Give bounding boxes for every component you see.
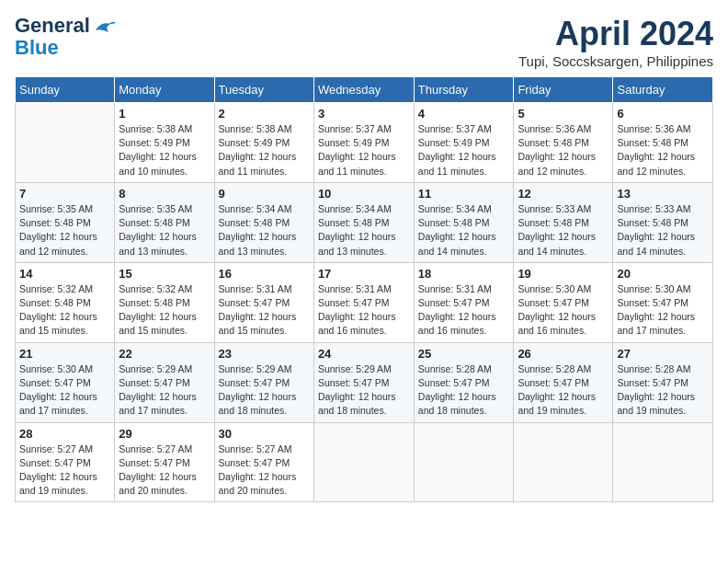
calendar-day-cell: 21Sunrise: 5:30 AMSunset: 5:47 PMDayligh… <box>16 342 115 422</box>
calendar-day-cell <box>313 422 414 502</box>
calendar-day-cell <box>414 422 514 502</box>
calendar-day-cell: 4Sunrise: 5:37 AMSunset: 5:49 PMDaylight… <box>414 103 514 183</box>
calendar-week-row: 7Sunrise: 5:35 AMSunset: 5:48 PMDaylight… <box>16 182 713 262</box>
logo-bird-icon <box>92 19 118 38</box>
day-info: Sunrise: 5:31 AMSunset: 5:47 PMDaylight:… <box>219 282 310 339</box>
day-info: Sunrise: 5:37 AMSunset: 5:49 PMDaylight:… <box>418 122 510 178</box>
day-info: Sunrise: 5:34 AMSunset: 5:48 PMDaylight:… <box>219 202 310 259</box>
day-number: 20 <box>617 267 709 281</box>
day-number: 15 <box>119 267 210 281</box>
calendar-day-cell <box>613 422 713 502</box>
day-info: Sunrise: 5:32 AMSunset: 5:48 PMDaylight:… <box>119 282 210 339</box>
calendar-day-cell <box>16 103 115 183</box>
calendar-week-row: 28Sunrise: 5:27 AMSunset: 5:47 PMDayligh… <box>16 422 713 502</box>
calendar-day-cell: 26Sunrise: 5:28 AMSunset: 5:47 PMDayligh… <box>514 342 613 422</box>
calendar-day-cell: 17Sunrise: 5:31 AMSunset: 5:47 PMDayligh… <box>313 262 414 342</box>
calendar-day-cell: 19Sunrise: 5:30 AMSunset: 5:47 PMDayligh… <box>514 262 613 342</box>
day-number: 19 <box>518 267 609 281</box>
day-number: 8 <box>119 187 210 201</box>
calendar-day-cell: 23Sunrise: 5:29 AMSunset: 5:47 PMDayligh… <box>214 342 313 422</box>
calendar-day-cell: 25Sunrise: 5:28 AMSunset: 5:47 PMDayligh… <box>414 342 514 422</box>
day-info: Sunrise: 5:37 AMSunset: 5:49 PMDaylight:… <box>318 122 410 178</box>
calendar-day-cell: 6Sunrise: 5:36 AMSunset: 5:48 PMDaylight… <box>613 103 713 183</box>
month-title: April 2024 <box>518 15 713 53</box>
day-info: Sunrise: 5:27 AMSunset: 5:47 PMDaylight:… <box>119 442 210 499</box>
day-info: Sunrise: 5:28 AMSunset: 5:47 PMDaylight:… <box>418 362 510 419</box>
day-number: 29 <box>119 427 210 441</box>
day-number: 2 <box>219 107 310 121</box>
day-info: Sunrise: 5:28 AMSunset: 5:47 PMDaylight:… <box>617 362 709 419</box>
calendar-week-row: 14Sunrise: 5:32 AMSunset: 5:48 PMDayligh… <box>16 262 713 342</box>
calendar-day-cell <box>514 422 613 502</box>
day-info: Sunrise: 5:30 AMSunset: 5:47 PMDaylight:… <box>19 362 110 419</box>
calendar-day-cell: 29Sunrise: 5:27 AMSunset: 5:47 PMDayligh… <box>115 422 214 502</box>
day-number: 28 <box>19 427 110 441</box>
day-info: Sunrise: 5:30 AMSunset: 5:47 PMDaylight:… <box>617 282 709 339</box>
logo-text: GeneralBlue <box>15 15 90 59</box>
weekday-header: Tuesday <box>214 77 313 103</box>
calendar-week-row: 1Sunrise: 5:38 AMSunset: 5:49 PMDaylight… <box>16 103 713 183</box>
day-number: 1 <box>119 107 210 121</box>
calendar-day-cell: 20Sunrise: 5:30 AMSunset: 5:47 PMDayligh… <box>613 262 713 342</box>
calendar-day-cell: 15Sunrise: 5:32 AMSunset: 5:48 PMDayligh… <box>115 262 214 342</box>
day-number: 16 <box>219 267 310 281</box>
day-info: Sunrise: 5:38 AMSunset: 5:49 PMDaylight:… <box>119 122 210 178</box>
day-info: Sunrise: 5:38 AMSunset: 5:49 PMDaylight:… <box>219 122 310 178</box>
calendar-day-cell: 2Sunrise: 5:38 AMSunset: 5:49 PMDaylight… <box>214 103 313 183</box>
day-number: 10 <box>318 187 410 201</box>
day-info: Sunrise: 5:36 AMSunset: 5:48 PMDaylight:… <box>518 122 609 178</box>
day-number: 7 <box>19 187 110 201</box>
day-number: 24 <box>318 347 410 361</box>
day-info: Sunrise: 5:33 AMSunset: 5:48 PMDaylight:… <box>518 202 609 259</box>
day-number: 18 <box>418 267 510 281</box>
day-info: Sunrise: 5:30 AMSunset: 5:47 PMDaylight:… <box>518 282 609 339</box>
day-number: 13 <box>617 187 709 201</box>
calendar-day-cell: 27Sunrise: 5:28 AMSunset: 5:47 PMDayligh… <box>613 342 713 422</box>
day-info: Sunrise: 5:31 AMSunset: 5:47 PMDaylight:… <box>418 282 510 339</box>
location: Tupi, Soccsksargen, Philippines <box>518 53 713 69</box>
day-number: 14 <box>19 267 110 281</box>
calendar-week-row: 21Sunrise: 5:30 AMSunset: 5:47 PMDayligh… <box>16 342 713 422</box>
day-info: Sunrise: 5:35 AMSunset: 5:48 PMDaylight:… <box>119 202 210 259</box>
calendar-day-cell: 11Sunrise: 5:34 AMSunset: 5:48 PMDayligh… <box>414 182 514 262</box>
day-info: Sunrise: 5:33 AMSunset: 5:48 PMDaylight:… <box>617 202 709 259</box>
day-number: 25 <box>418 347 510 361</box>
day-info: Sunrise: 5:34 AMSunset: 5:48 PMDaylight:… <box>318 202 410 259</box>
weekday-header: Sunday <box>16 77 115 103</box>
calendar-day-cell: 18Sunrise: 5:31 AMSunset: 5:47 PMDayligh… <box>414 262 514 342</box>
logo: GeneralBlue <box>15 15 118 59</box>
day-number: 21 <box>19 347 110 361</box>
day-info: Sunrise: 5:29 AMSunset: 5:47 PMDaylight:… <box>119 362 210 419</box>
calendar-day-cell: 7Sunrise: 5:35 AMSunset: 5:48 PMDaylight… <box>16 182 115 262</box>
calendar-day-cell: 30Sunrise: 5:27 AMSunset: 5:47 PMDayligh… <box>214 422 313 502</box>
calendar-day-cell: 9Sunrise: 5:34 AMSunset: 5:48 PMDaylight… <box>214 182 313 262</box>
calendar-day-cell: 1Sunrise: 5:38 AMSunset: 5:49 PMDaylight… <box>115 103 214 183</box>
day-number: 23 <box>219 347 310 361</box>
day-number: 26 <box>518 347 609 361</box>
day-info: Sunrise: 5:29 AMSunset: 5:47 PMDaylight:… <box>318 362 410 419</box>
page-header: GeneralBlue April 2024 Tupi, Soccsksarge… <box>15 15 713 69</box>
day-number: 22 <box>119 347 210 361</box>
calendar-day-cell: 14Sunrise: 5:32 AMSunset: 5:48 PMDayligh… <box>16 262 115 342</box>
weekday-header: Thursday <box>414 77 514 103</box>
calendar-day-cell: 28Sunrise: 5:27 AMSunset: 5:47 PMDayligh… <box>16 422 115 502</box>
day-number: 30 <box>219 427 310 441</box>
calendar-day-cell: 5Sunrise: 5:36 AMSunset: 5:48 PMDaylight… <box>514 103 613 183</box>
calendar-day-cell: 16Sunrise: 5:31 AMSunset: 5:47 PMDayligh… <box>214 262 313 342</box>
calendar-day-cell: 3Sunrise: 5:37 AMSunset: 5:49 PMDaylight… <box>313 103 414 183</box>
day-info: Sunrise: 5:27 AMSunset: 5:47 PMDaylight:… <box>19 442 110 499</box>
calendar-day-cell: 10Sunrise: 5:34 AMSunset: 5:48 PMDayligh… <box>313 182 414 262</box>
weekday-header: Friday <box>514 77 613 103</box>
day-number: 6 <box>617 107 709 121</box>
day-number: 17 <box>318 267 410 281</box>
calendar-day-cell: 24Sunrise: 5:29 AMSunset: 5:47 PMDayligh… <box>313 342 414 422</box>
weekday-header: Saturday <box>613 77 713 103</box>
day-number: 12 <box>518 187 609 201</box>
day-info: Sunrise: 5:35 AMSunset: 5:48 PMDaylight:… <box>19 202 110 259</box>
day-number: 9 <box>219 187 310 201</box>
title-area: April 2024 Tupi, Soccsksargen, Philippin… <box>518 15 713 69</box>
calendar-table: SundayMondayTuesdayWednesdayThursdayFrid… <box>15 76 713 502</box>
logo-blue: Blue <box>15 36 59 59</box>
day-info: Sunrise: 5:34 AMSunset: 5:48 PMDaylight:… <box>418 202 510 259</box>
day-info: Sunrise: 5:32 AMSunset: 5:48 PMDaylight:… <box>19 282 110 339</box>
